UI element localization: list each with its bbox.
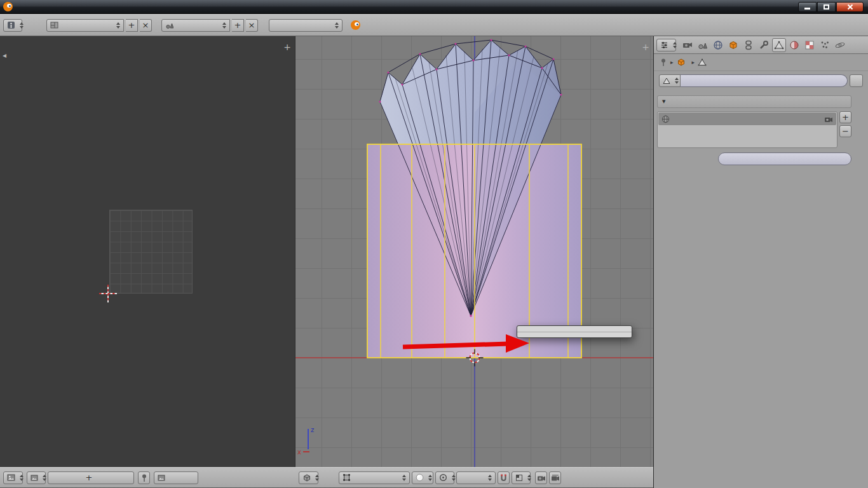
pivot-point-selector[interactable]	[435, 471, 454, 484]
image-icon	[31, 474, 38, 482]
mesh-data-icon	[663, 77, 670, 85]
particles-icon	[820, 40, 830, 50]
screen-layout-icon	[50, 21, 58, 29]
delete-scene-button[interactable]	[246, 19, 258, 32]
dropdown-arrows-icon	[671, 40, 677, 50]
add-uv-map-button[interactable]	[839, 111, 851, 123]
breadcrumb-separator-icon: ▸	[670, 59, 674, 65]
dropdown-arrows-icon	[220, 20, 226, 30]
dropdown-arrows-icon	[450, 473, 456, 483]
tab-object[interactable]	[726, 38, 740, 52]
snap-element-selector[interactable]	[512, 471, 531, 484]
dropdown-arrows-icon	[526, 473, 531, 483]
pivot-icon	[439, 473, 447, 482]
close-icon	[846, 3, 854, 11]
datablock-name-row	[654, 71, 868, 90]
uv-editor-header	[0, 467, 295, 488]
constraints-icon	[743, 40, 754, 50]
tab-scene[interactable]	[696, 38, 710, 52]
uv-map-name-field[interactable]	[718, 152, 851, 165]
axis-z-label: z	[311, 426, 314, 433]
texture-icon	[804, 40, 815, 50]
dropdown-arrows-icon	[313, 473, 319, 483]
render-toggle-icon[interactable]	[824, 116, 833, 123]
tab-modifiers[interactable]	[757, 38, 771, 52]
uv-maps-list[interactable]	[657, 111, 837, 148]
object-icon	[677, 58, 686, 67]
add-layout-button[interactable]	[126, 19, 138, 32]
viewport-3d-canvas[interactable]: z x +	[295, 36, 653, 467]
dropdown-arrows-icon	[673, 76, 679, 86]
opengl-render-button[interactable]	[535, 471, 547, 484]
render-engine-selector[interactable]	[269, 19, 342, 32]
clipped-image-selector[interactable]	[154, 471, 198, 484]
mesh-data-icon	[774, 40, 784, 50]
uv-mapping-menu-title	[517, 326, 632, 332]
uv-editor-type-button[interactable]	[3, 471, 23, 484]
vp-editor-type-button[interactable]	[299, 471, 318, 484]
screen-layout-selector[interactable]	[46, 19, 124, 32]
edit-mode-icon	[342, 473, 351, 482]
viewport-header	[295, 467, 653, 488]
wrench-icon	[759, 40, 769, 50]
tab-particles[interactable]	[818, 38, 832, 52]
info-editor-type-button[interactable]	[3, 19, 22, 32]
viewport-shading-selector[interactable]	[412, 471, 433, 484]
snap-toggle-button[interactable]	[498, 471, 510, 484]
dropdown-arrows-icon	[41, 473, 46, 483]
blender-version-logo-icon	[351, 20, 360, 30]
properties-editor: ▸ ▸ ▼	[653, 36, 868, 488]
panel-uv-maps[interactable]: ▼	[657, 95, 851, 108]
tab-data[interactable]	[772, 38, 786, 52]
props-editor-type-button[interactable]	[656, 39, 676, 51]
opengl-render-anim-button[interactable]	[549, 471, 561, 484]
tab-material[interactable]	[787, 38, 801, 52]
minimize-button[interactable]	[798, 2, 817, 12]
object-icon	[728, 40, 738, 50]
properties-editor-icon	[660, 41, 668, 49]
tab-physics[interactable]	[833, 38, 847, 52]
maximize-button[interactable]	[817, 2, 836, 12]
scene-selector[interactable]	[161, 19, 230, 32]
uv-sphere-icon	[661, 115, 670, 123]
dropdown-arrows-icon	[18, 20, 24, 30]
mesh-browse-button[interactable]	[659, 74, 681, 87]
tab-render[interactable]	[681, 38, 695, 52]
tab-constraints[interactable]	[742, 38, 756, 52]
window-controls	[798, 2, 868, 12]
view3d-editor-icon	[302, 473, 311, 482]
pin-image-button[interactable]	[138, 471, 150, 484]
snap-grid-icon	[515, 474, 523, 482]
camera-icon	[537, 474, 546, 482]
mode-selector[interactable]	[339, 471, 410, 484]
uv-maps-panel-body	[657, 111, 851, 165]
plus-icon	[86, 473, 93, 482]
remove-uv-map-button[interactable]	[839, 125, 851, 137]
render-icon	[682, 40, 693, 50]
mesh-data-icon	[698, 58, 707, 67]
dropdown-arrows-icon	[426, 473, 432, 483]
menu-scroll-down-indicator[interactable]	[517, 332, 632, 337]
uv-map-item-cylinder[interactable]	[658, 112, 836, 125]
vp-region-plus-icon[interactable]: +	[642, 43, 649, 51]
new-image-button[interactable]	[48, 471, 134, 484]
add-scene-button[interactable]	[232, 19, 244, 32]
expand-arrow-icon: ▼	[662, 99, 665, 104]
uv-image-editor-canvas[interactable]: ◂ +	[0, 36, 295, 467]
delete-layout-button[interactable]	[140, 19, 152, 32]
tab-texture[interactable]	[803, 38, 817, 52]
dropdown-arrows-icon	[333, 20, 339, 30]
fake-user-button[interactable]	[850, 74, 863, 87]
uv-region-plus-icon[interactable]: +	[283, 43, 291, 51]
pin-icon	[660, 58, 667, 67]
maximize-icon	[824, 4, 829, 10]
datablock-name-field[interactable]	[681, 74, 848, 87]
transform-orientation-selector[interactable]	[456, 471, 496, 484]
image-browse-button[interactable]	[27, 471, 46, 484]
tab-world[interactable]	[711, 38, 725, 52]
region-toggle-arrow-icon[interactable]: ◂	[3, 51, 6, 59]
scene-icon	[165, 21, 173, 29]
close-button[interactable]	[836, 2, 864, 12]
pin-id-button[interactable]	[660, 58, 667, 67]
dropdown-arrows-icon	[400, 473, 406, 483]
